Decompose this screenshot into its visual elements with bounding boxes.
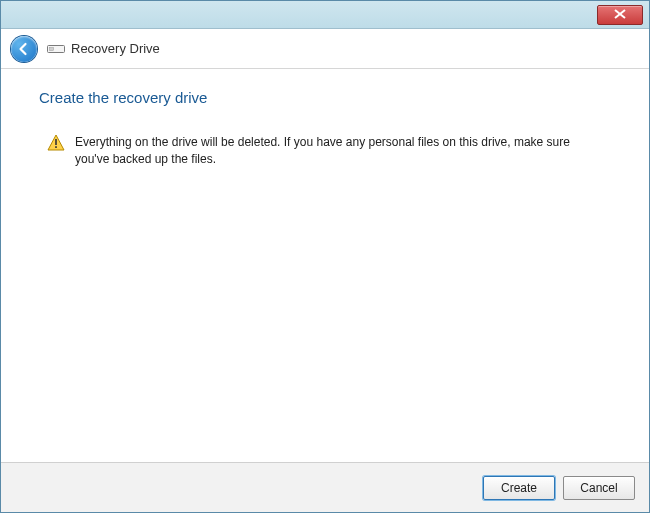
content-area: Create the recovery drive Everything on … [1, 69, 649, 462]
recovery-drive-icon [47, 43, 65, 55]
warning-message: Everything on the drive will be deleted.… [75, 134, 581, 168]
warning-row: Everything on the drive will be deleted.… [39, 134, 611, 168]
svg-rect-5 [55, 139, 57, 145]
wizard-window: Recovery Drive Create the recovery drive… [0, 0, 650, 513]
back-arrow-icon [17, 42, 31, 56]
warning-icon [47, 134, 65, 152]
cancel-button[interactable]: Cancel [563, 476, 635, 500]
footer-bar: Create Cancel [1, 462, 649, 512]
svg-rect-6 [55, 146, 57, 148]
svg-rect-3 [50, 47, 54, 50]
create-button[interactable]: Create [483, 476, 555, 500]
title-bar [1, 1, 649, 29]
cancel-button-label: Cancel [580, 481, 617, 495]
header-title: Recovery Drive [71, 41, 160, 56]
header-bar: Recovery Drive [1, 29, 649, 69]
close-x-icon [614, 8, 626, 21]
back-button[interactable] [11, 36, 37, 62]
page-title: Create the recovery drive [39, 89, 611, 106]
close-button[interactable] [597, 5, 643, 25]
create-button-label: Create [501, 481, 537, 495]
